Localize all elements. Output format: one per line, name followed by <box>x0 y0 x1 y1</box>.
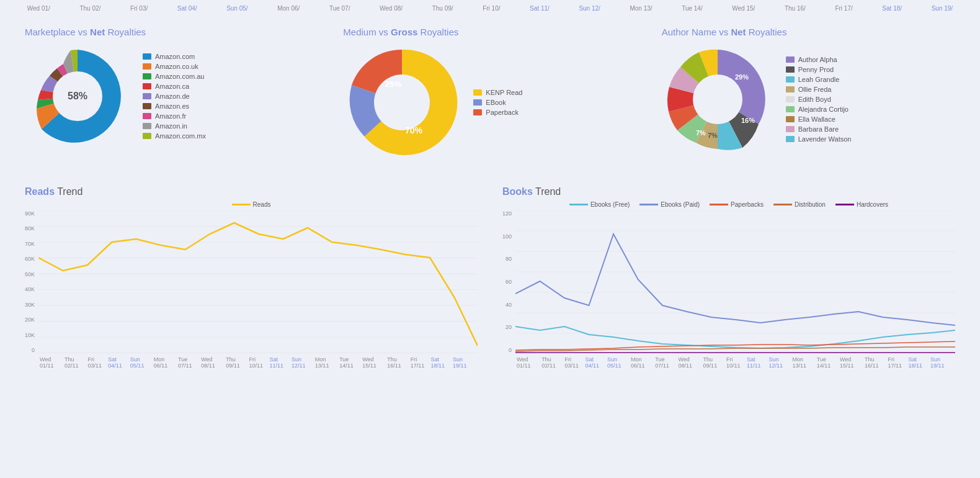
y-axis-label: 60 <box>506 279 512 285</box>
reads-title-bold: Reads <box>25 186 55 197</box>
top-date-label: Sat 11/ <box>530 5 550 12</box>
legend-color-swatch <box>786 116 795 122</box>
legend-label: Ella Wallace <box>798 115 835 123</box>
reads-line-color <box>232 204 251 205</box>
legend-color-swatch <box>143 63 151 70</box>
chart1-title-suffix: Royalties <box>105 27 146 37</box>
reads-x-axis: Wed 01/11Thu 02/11Fri 03/11Sat 04/11Sun … <box>38 356 478 369</box>
x-axis-label: Wed 15/11 <box>362 356 387 369</box>
svg-text:7%: 7% <box>708 132 718 139</box>
reads-legend-label: Reads <box>253 201 271 208</box>
chart1-center-label: 58% <box>68 91 87 102</box>
legend-label: Alejandra Cortijo <box>798 106 849 113</box>
chart3-title: Author Name vs Net Royalties <box>662 27 955 37</box>
legend-label: Edith Boyd <box>798 96 831 103</box>
legend-label: Amazon.es <box>155 102 189 110</box>
top-date-label: Wed 08/ <box>380 5 403 12</box>
top-date-label: Mon 13/ <box>630 5 652 12</box>
paid-ebooks-color <box>639 204 658 205</box>
author-chart: Author Name vs Net Royalties <box>656 20 961 168</box>
top-date-label: Fri 03/ <box>130 5 148 12</box>
chart3-donut: 29% 7% 7% 16% <box>662 43 773 155</box>
chart3-svg: 29% 7% 7% 16% <box>662 43 773 155</box>
top-date-label: Sun 12/ <box>579 5 600 12</box>
y-axis-label: 10K <box>25 332 35 338</box>
x-axis-label: Wed 01/11 <box>40 356 65 369</box>
x-axis-label: Tue 14/11 <box>817 356 840 369</box>
svg-point-1 <box>374 74 430 130</box>
books-legend-paid: Ebooks (Paid) <box>639 201 700 208</box>
x-axis-label: Sat 04/11 <box>585 356 607 369</box>
legend-item: Ella Wallace <box>786 115 852 123</box>
hardcovers-color <box>835 204 854 205</box>
books-legend-free: Ebooks (Free) <box>569 201 630 208</box>
legend-color-swatch <box>143 53 151 60</box>
books-y-axis: 120100806040200 <box>502 210 515 353</box>
reads-svg <box>38 210 478 353</box>
books-trend-card: Books Trend Ebooks (Free) Ebooks (Paid) … <box>496 180 961 375</box>
svg-text:29%: 29% <box>735 73 749 81</box>
top-date-label: Sat 18/ <box>882 5 902 12</box>
chart1-title-bold: Net <box>90 27 105 37</box>
top-date-label: Mon 06/ <box>277 5 300 12</box>
legend-label: Amazon.de <box>155 92 190 100</box>
ebook-color <box>473 99 482 106</box>
y-axis-label: 0 <box>509 347 512 353</box>
legend-item: Amazon.in <box>143 122 206 130</box>
chart2-title-normal: Medium vs <box>343 27 391 37</box>
y-axis-label: 0 <box>32 347 35 353</box>
chart3-title-bold: Net <box>731 27 746 37</box>
x-axis-label: Thu 09/11 <box>703 356 726 369</box>
legend-color-swatch <box>786 76 795 83</box>
chart3-title-suffix: Royalties <box>746 27 787 37</box>
legend-label: Leah Grandle <box>798 76 840 83</box>
x-axis-label: Sun 05/11 <box>130 356 154 369</box>
top-date-label: Thu 09/ <box>432 5 453 12</box>
hardcovers-label: Hardcovers <box>857 201 888 208</box>
x-axis-label: Fri 17/11 <box>411 356 431 369</box>
svg-text:7%: 7% <box>696 129 706 137</box>
chart1-title: Marketplace vs Net Royalties <box>25 27 318 37</box>
y-axis-label: 40K <box>25 286 35 292</box>
y-axis-label: 80 <box>506 256 512 262</box>
books-legend: Ebooks (Free) Ebooks (Paid) Paperbacks D… <box>502 201 955 208</box>
chart3-title-normal: Author Name vs <box>662 27 731 37</box>
reads-chart-with-axis: 90K80K70K60K50K40K30K20K10K0 <box>25 210 478 369</box>
legend-label: Barbara Bare <box>798 125 839 133</box>
x-axis-label: Fri 10/11 <box>726 356 747 369</box>
x-axis-label: Fri 10/11 <box>249 356 270 369</box>
legend-item: Leah Grandle <box>786 76 852 83</box>
x-axis-label: Tue 07/11 <box>178 356 201 369</box>
paperback-label: Paperback <box>486 109 519 116</box>
x-axis-label: Sun 05/11 <box>607 356 631 369</box>
y-axis-label: 40 <box>506 302 512 308</box>
svg-text:70%: 70% <box>405 125 423 135</box>
chart2-legend: KENP Read EBook Paperback <box>473 89 522 116</box>
chart1-title-normal: Marketplace vs <box>25 27 90 37</box>
books-title-normal: Trend <box>533 186 561 197</box>
y-axis-label: 50K <box>25 271 35 277</box>
x-axis-label: Tue 07/11 <box>655 356 678 369</box>
legend-item: Amazon.com <box>143 53 206 60</box>
kenp-label: KENP Read <box>486 89 522 96</box>
legend-label: Amazon.com.au <box>155 73 204 80</box>
legend-color-swatch <box>786 136 795 142</box>
legend-label: Ollie Freda <box>798 86 832 93</box>
ebook-label: EBook <box>486 99 506 106</box>
top-date-label: Sat 04/ <box>177 5 197 12</box>
trend-charts-row: Reads Trend Reads 90K80K70K60K50K40K30K2… <box>0 174 980 381</box>
chart1-legend: Amazon.comAmazon.co.ukAmazon.com.auAmazo… <box>143 53 206 140</box>
x-axis-label: Sat 04/11 <box>108 356 130 369</box>
legend-color-swatch <box>143 113 151 119</box>
legend-color-swatch <box>143 103 151 109</box>
legend-label: Amazon.in <box>155 122 187 130</box>
x-axis-label: Wed 08/11 <box>201 356 226 369</box>
pie-charts-row: Marketplace vs Net Royalties <box>0 14 980 174</box>
top-date-label: Tue 14/ <box>682 5 703 12</box>
chart2-svg: 25% 70% <box>343 43 461 161</box>
distribution-label: Distribution <box>795 201 826 208</box>
x-axis-label: Thu 16/11 <box>865 356 888 369</box>
x-axis-label: Mon 13/11 <box>793 356 817 369</box>
svg-text:25%: 25% <box>385 79 401 89</box>
books-chart-with-axis: 120100806040200 <box>502 210 955 369</box>
